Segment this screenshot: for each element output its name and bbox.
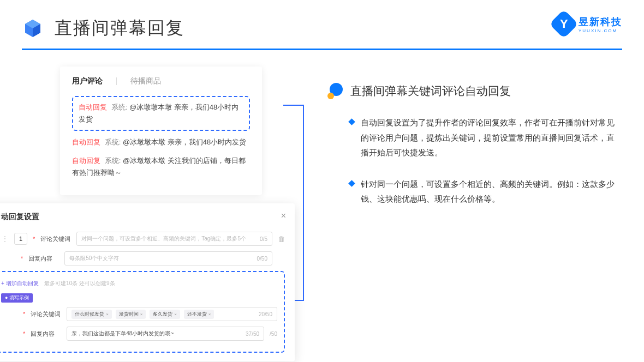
bubble-icon: [327, 83, 344, 99]
tab-divider: [116, 77, 117, 85]
bullet-text: 自动回复设置为了提升作者的评论回复效率，作者可在开播前针对常见的评论用户问题，提…: [361, 116, 622, 161]
drag-icon[interactable]: ⋮⋮: [0, 234, 9, 243]
logo-en: YUUXIN.COM: [579, 28, 622, 33]
modal-title: 自动回复设置: [0, 212, 285, 222]
settings-modal: 自动回复设置 × ⋮⋮ 1 * 评论关键词 对同一个问题，可设置多个相近、高频的…: [0, 203, 295, 361]
char-count: 0/50: [257, 256, 267, 262]
add-reply-link[interactable]: + 增加自动回复: [1, 280, 39, 286]
connector-line: [303, 105, 304, 301]
system-tag: 系统:: [105, 138, 121, 146]
tag-chip: 什么时候发货×: [71, 310, 112, 319]
content-label: 回复内容: [28, 255, 59, 263]
logo-icon: Y: [549, 9, 579, 39]
auto-reply-tag: 自动回复: [72, 156, 100, 165]
char-count: 0/5: [260, 236, 267, 242]
bullet-text: 针对同一个问题，可设置多个相近的、高频的关键词。例如：这款多少钱、这块能优惠吗、…: [361, 177, 622, 207]
required-mark: *: [33, 236, 35, 242]
char-count: 37/50: [246, 331, 259, 337]
placeholder-text: 每条限50个中文字符: [69, 255, 119, 262]
cube-icon: [22, 17, 44, 39]
bullet-icon: [348, 180, 355, 187]
auto-reply-tag: 自动回复: [72, 138, 100, 146]
bullet-icon: [348, 118, 355, 125]
tag-chip: 多久发货×: [150, 310, 180, 319]
content-label: 回复内容: [31, 330, 61, 338]
comment-row: 自动回复 系统: @冰墩墩本墩 关注我们的店铺，每日都有热门推荐呦～: [72, 155, 250, 179]
example-section: + 增加自动回复 最多可建10条 还可以创建9条 ● 填写示例 * 评论关键词 …: [0, 271, 285, 353]
order-number: 1: [14, 233, 27, 245]
example-text: 亲，我们这边都是下单48小时内发货的哦~: [71, 330, 174, 337]
tag-chip: 发货时间×: [116, 310, 146, 319]
quota-text: 最多可建10条 还可以创建9条: [44, 280, 115, 286]
logo-cn: 昱新科技: [579, 15, 622, 28]
brand-logo: Y 昱新科技 YUUXIN.COM: [553, 14, 622, 34]
page-title: 直播间弹幕回复: [55, 16, 184, 40]
char-count: 20/50: [259, 311, 272, 317]
example-content: 亲，我们这边都是下单48小时内发货的哦~ 37/50: [67, 327, 264, 341]
comment-text: @冰墩墩本墩 亲亲，我们48小时内发货: [123, 138, 246, 146]
delete-icon[interactable]: 🗑: [278, 235, 285, 243]
system-tag: 系统:: [111, 103, 128, 111]
keyword-input[interactable]: 对同一个问题，可设置多个相近、高频的关键词，Tag确定，最多5个 0/5: [76, 232, 272, 246]
comment-row: 自动回复 系统: @冰墩墩本墩 亲亲，我们48小时内发货: [72, 136, 250, 148]
keyword-label: 评论关键词: [40, 235, 71, 243]
char-count: /50: [270, 331, 277, 337]
content-input[interactable]: 每条限50个中文字符 0/50: [64, 251, 272, 266]
required-mark: *: [21, 255, 23, 262]
section-heading: 直播间弹幕关键词评论自动回复: [350, 83, 511, 99]
placeholder-text: 对同一个问题，可设置多个相近、高频的关键词，Tag确定，最多5个: [81, 235, 246, 243]
example-badge: ● 填写示例: [1, 293, 33, 303]
required-mark: *: [23, 330, 25, 337]
example-tags: 什么时候发货× 发货时间× 多久发货× 还不发货× 20/50: [67, 307, 277, 321]
system-tag: 系统:: [105, 156, 121, 165]
connector-line: [283, 105, 304, 106]
auto-reply-tag: 自动回复: [79, 103, 107, 111]
tab-products[interactable]: 待播商品: [130, 76, 161, 86]
divider: [22, 49, 622, 50]
close-icon[interactable]: ×: [281, 211, 286, 221]
logo-letter: Y: [560, 17, 568, 31]
keyword-label: 评论关键词: [31, 310, 61, 318]
tab-comments[interactable]: 用户评论: [72, 76, 103, 86]
required-mark: *: [23, 311, 25, 317]
comments-card: 用户评论 待播商品 自动回复 系统: @冰墩墩本墩 亲亲，我们48小时内发货 自…: [60, 67, 262, 195]
highlighted-comment: 自动回复 系统: @冰墩墩本墩 亲亲，我们48小时内发货: [72, 96, 250, 131]
tag-chip: 还不发货×: [184, 310, 214, 319]
